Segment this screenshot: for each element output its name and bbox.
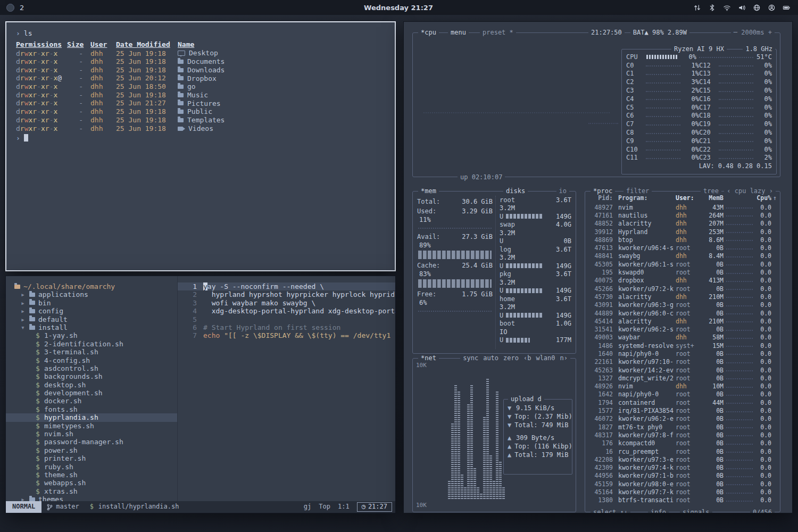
tree-item-power-sh[interactable]: $power.sh (6, 446, 177, 454)
volume-icon[interactable] (738, 4, 746, 12)
net-control-zero[interactable]: zero (503, 354, 519, 362)
code-line[interactable]: 7echo "[[ -z \$DISPLAY && \$(tty) == /de… (178, 331, 395, 339)
process-row[interactable]: 1827mt76-tx phy0root0B0.0 (585, 423, 780, 431)
process-row[interactable]: 48926nvimdhh10M0.0 (585, 383, 780, 390)
process-row[interactable]: 45159kworker/u98:0-evroot0B0.0 (585, 480, 780, 488)
process-row[interactable]: 42309kworker/u97:4-kcroot0B0.0 (585, 464, 780, 472)
menu-tab[interactable]: menu (448, 29, 469, 36)
tree-item-theme-sh[interactable]: $theme.sh (6, 471, 177, 479)
tree-item-hyprlandia-sh[interactable]: $hyprlandia.sh (6, 413, 177, 421)
process-row[interactable]: 48841swaybgdhh8.4M0.0 (585, 252, 780, 260)
process-row[interactable]: 42208kworker/u97:3-evroot0B0.0 (585, 455, 780, 463)
info-button[interactable]: info (648, 509, 669, 513)
process-row[interactable]: 1486systemd-resolvesyst+15M0.0 (585, 342, 780, 350)
io-toggle[interactable]: io (556, 187, 569, 195)
process-row[interactable]: 1640napi/phy0-0root0B0.0 (585, 350, 780, 358)
process-row[interactable]: 45263kworker/14:2-everoot0B0.0 (585, 366, 780, 374)
process-row[interactable]: 1380btrfs-transactioroot0B0.0 (585, 496, 780, 504)
tree-item-bin[interactable]: ▸bin (6, 299, 177, 307)
process-row[interactable]: 46072kworker/u96:2-evroot0B0.0 (585, 415, 780, 423)
prompt-line[interactable]: ›ls (16, 29, 395, 37)
process-row[interactable]: 1577irq/81-PIXA3854:root0B0.0 (585, 406, 780, 414)
process-row[interactable]: 31541kworker/u96:2-sdroot0B0.0 (585, 325, 780, 333)
process-row[interactable]: 1794containerdroot44M0.0 (585, 398, 780, 406)
tree-item-config[interactable]: ▸config (6, 307, 177, 315)
net-control-auto[interactable]: auto (483, 354, 498, 362)
net-tab[interactable]: *net (418, 354, 439, 362)
tree-item-themes[interactable]: ▸themes (6, 495, 177, 501)
tree-item-development-sh[interactable]: $development.sh (6, 389, 177, 397)
terminal-cursor[interactable] (24, 134, 28, 142)
process-row[interactable]: 39912Hyprlanddhh253M0.0 (585, 228, 780, 236)
process-row[interactable]: 44956kworker/u97:1-btroot0B0.0 (585, 472, 780, 480)
process-row[interactable]: 48927nvimdhh43M0.0 (585, 203, 780, 211)
tree-item-1-yay-sh[interactable]: $1-yay.sh (6, 331, 177, 339)
process-row[interactable]: 16rcu_preemptroot0B0.0 (585, 447, 780, 455)
process-row[interactable]: 195kswapd0root0B0.0 (585, 268, 780, 276)
process-row[interactable]: 1642napi/phy0-0root0B0.0 (585, 390, 780, 398)
process-row[interactable]: 48869btopdhh8.6M0.0 (585, 236, 780, 244)
update-interval[interactable]: ─ 2000ms + (731, 29, 775, 36)
cpu-tab[interactable]: *cpu (418, 29, 439, 36)
signals-button[interactable]: signals (680, 509, 712, 513)
process-row[interactable]: 1327dmcrypt_write/25root0B0.0 (585, 374, 780, 382)
process-row[interactable]: 45730alacrittydhh210M0.0 (585, 293, 780, 301)
workspace-indicator[interactable]: 2 (20, 4, 24, 12)
code-line[interactable]: 1yay -S --noconfirm --needed \ (178, 282, 395, 290)
tree-item-asdcontrol-sh[interactable]: $asdcontrol.sh (6, 364, 177, 372)
scroll-up-arrow[interactable]: ↑ (771, 194, 777, 202)
tree-toggle[interactable]: tree (701, 187, 721, 195)
code-line[interactable]: 2 hyprland hyprshot hyprpicker hyprlock … (178, 290, 395, 298)
process-row[interactable]: 40075dropboxdhh413M0.0 (585, 277, 780, 285)
tree-item-3-terminal-sh[interactable]: $3-terminal.sh (6, 348, 177, 356)
tree-item-xtras-sh[interactable]: $xtras.sh (6, 487, 177, 495)
battery-icon[interactable] (783, 4, 791, 12)
network-icon[interactable] (753, 4, 761, 12)
tree-item-printer-sh[interactable]: $printer.sh (6, 454, 177, 462)
tree-item-fonts-sh[interactable]: $fonts.sh (6, 405, 177, 413)
process-row[interactable]: 47161nautilusdhh264M0.0 (585, 211, 780, 219)
disks-tab[interactable]: disks (503, 187, 528, 195)
tree-item-desktop-sh[interactable]: $desktop.sh (6, 381, 177, 389)
bluetooth-icon[interactable] (708, 4, 716, 12)
process-row[interactable]: 22161kworker/u97:10-kroot0B0.0 (585, 358, 780, 366)
wifi-icon[interactable] (723, 4, 731, 12)
select-hint[interactable]: select ↑↓ (591, 509, 630, 513)
process-row[interactable]: 45266kworker/u97:2-kcroot0B0.0 (585, 285, 780, 293)
code-line[interactable]: 6# Start Hyprland on first session (178, 323, 395, 331)
net-control-n[interactable]: n› (560, 354, 568, 362)
net-control-wlan0[interactable]: wlan0 (536, 354, 555, 362)
process-row[interactable]: 45164kworker/u97:7-kvroot0B0.0 (585, 488, 780, 496)
filter-button[interactable]: filter (624, 187, 652, 195)
process-row[interactable]: 47613kworker/u96:4-sdroot0B0.0 (585, 244, 780, 252)
process-row[interactable]: 44889kworker/u96:0-coroot0B0.0 (585, 309, 780, 317)
code-line[interactable]: 3 wofi waybar mako swaybg \ (178, 299, 395, 307)
tree-root[interactable]: ~/.local/share/omarchy (6, 282, 177, 290)
launcher-logo-icon[interactable] (6, 4, 14, 12)
tree-item-docker-sh[interactable]: $docker.sh (6, 397, 177, 405)
tree-item-nvim-sh[interactable]: $nvim.sh (6, 430, 177, 438)
preset-button[interactable]: preset * (480, 29, 516, 36)
tree-item-ruby-sh[interactable]: $ruby.sh (6, 463, 177, 471)
net-stats-title[interactable]: upload d (508, 395, 544, 403)
mem-tab[interactable]: *mem (418, 187, 439, 195)
process-row[interactable]: 48852alacrittydhh207M0.0 (585, 220, 780, 228)
prompt-line-empty[interactable]: › (16, 133, 395, 142)
net-control-sync[interactable]: sync (463, 354, 478, 362)
tree-item-applications[interactable]: ▸applications (6, 290, 177, 298)
tree-item-4-config-sh[interactable]: $4-config.sh (6, 356, 177, 364)
updates-icon[interactable] (693, 4, 701, 12)
tree-item-default[interactable]: ▸default (6, 315, 177, 323)
process-row[interactable]: 49003waybardhh58M0.0 (585, 334, 780, 342)
process-row[interactable]: 48317kworker/u97:8-flroot0B0.0 (585, 431, 780, 439)
sort-selector[interactable]: ‹ cpu lazy › (724, 187, 776, 195)
user-icon[interactable] (768, 4, 776, 12)
tree-item-install[interactable]: ▾install (6, 323, 177, 331)
code-pane[interactable]: 1yay -S --noconfirm --needed \2 hyprland… (177, 276, 395, 501)
process-row[interactable]: 43091kworker/u96:3-gfroot0B0.0 (585, 301, 780, 309)
tree-item-mimetypes-sh[interactable]: $mimetypes.sh (6, 422, 177, 430)
code-line[interactable]: 5 (178, 315, 395, 323)
process-row[interactable]: 45305kworker/u96:1-sdroot0B0.0 (585, 260, 780, 268)
code-line[interactable]: 4 xdg-desktop-portal-hyprland xdg-deskto… (178, 307, 395, 315)
process-row[interactable]: 45414alacrittydhh210M0.0 (585, 317, 780, 325)
